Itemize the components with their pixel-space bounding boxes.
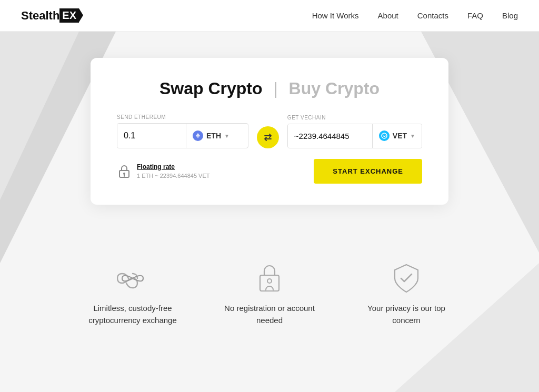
nav-blog[interactable]: Blog [502, 11, 518, 20]
title-buy: Buy Crypto [289, 79, 380, 98]
rate-text-block: Floating rate 1 ETH ~ 22394.644845 VET [137, 163, 210, 180]
eth-icon [193, 130, 203, 141]
get-currency-label: VET [393, 132, 407, 140]
get-dropdown-arrow: ▼ [410, 133, 415, 139]
get-currency-selector[interactable]: VET ▼ [372, 124, 422, 148]
send-dropdown-arrow: ▼ [224, 133, 229, 139]
feature-item-limitless: Limitless, custody-free cryptocurrency e… [85, 263, 180, 326]
lock-icon [117, 164, 132, 179]
feature-item-no-registration: No registration or account needed [222, 263, 317, 326]
svg-point-7 [382, 133, 387, 138]
send-currency-selector[interactable]: ETH ▼ [186, 124, 236, 148]
floating-rate-label: Floating rate [137, 163, 210, 170]
infinity-icon [117, 263, 148, 294]
main-content: Swap Crypto | Buy Crypto SEND ETHEREUM [0, 32, 539, 226]
features-section: Limitless, custody-free cryptocurrency e… [0, 236, 539, 347]
feature-text-no-registration: No registration or account needed [222, 303, 317, 326]
logo-text-stealth: Stealth [21, 9, 59, 23]
title-divider: | [273, 79, 277, 98]
main-nav: How It Works About Contacts FAQ Blog [312, 11, 518, 20]
nav-faq[interactable]: FAQ [467, 11, 483, 20]
send-input-group: SEND ETHEREUM ETH ▼ [117, 114, 248, 148]
get-amount-output[interactable] [288, 124, 372, 148]
send-amount-input[interactable] [117, 124, 186, 148]
lock-person-icon [254, 263, 285, 294]
svg-point-12 [267, 279, 272, 283]
nav-about[interactable]: About [378, 11, 398, 20]
send-field-wrapper: ETH ▼ [117, 123, 248, 148]
feature-text-limitless: Limitless, custody-free cryptocurrency e… [85, 303, 180, 326]
get-input-group: GET VECHAIN VET ▼ [287, 115, 422, 148]
feature-text-privacy: Your privacy is our top concern [359, 303, 454, 326]
logo[interactable]: Stealth EX [21, 8, 79, 23]
nav-contacts[interactable]: Contacts [417, 11, 448, 20]
send-label: SEND ETHEREUM [117, 114, 248, 120]
logo-text-ex: EX [59, 8, 79, 23]
bottom-row: Floating rate 1 ETH ~ 22394.644845 VET S… [117, 159, 422, 184]
vet-icon [379, 130, 390, 141]
get-label: GET VECHAIN [287, 115, 422, 120]
get-field-wrapper: VET ▼ [287, 124, 422, 148]
nav-how-it-works[interactable]: How It Works [312, 11, 359, 20]
swap-arrows-icon [263, 132, 273, 143]
title-swap: Swap Crypto [159, 79, 263, 98]
send-currency-label: ETH [206, 132, 221, 140]
start-exchange-button[interactable]: START EXCHANGE [314, 159, 422, 184]
header: Stealth EX How It Works About Contacts F… [0, 0, 539, 32]
feature-item-privacy: Your privacy is our top concern [359, 263, 454, 326]
exchange-card: Swap Crypto | Buy Crypto SEND ETHEREUM [91, 58, 448, 205]
rate-info: Floating rate 1 ETH ~ 22394.644845 VET [117, 163, 210, 180]
exchange-inputs: SEND ETHEREUM ETH ▼ [117, 114, 422, 148]
shield-check-icon [391, 263, 422, 294]
swap-button[interactable] [257, 126, 279, 148]
card-title: Swap Crypto | Buy Crypto [117, 79, 422, 98]
rate-detail: 1 ETH ~ 22394.644845 VET [137, 173, 210, 179]
